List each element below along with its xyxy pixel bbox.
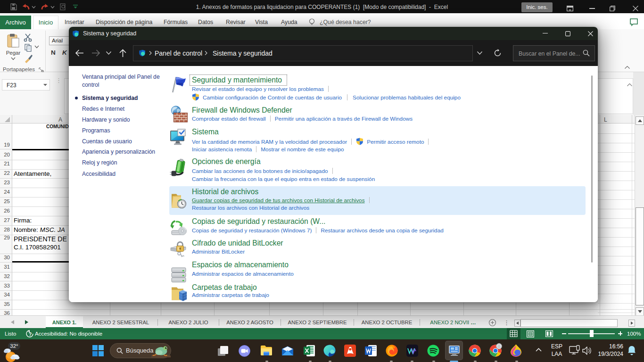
svg-text:?: ?: [29, 332, 32, 337]
